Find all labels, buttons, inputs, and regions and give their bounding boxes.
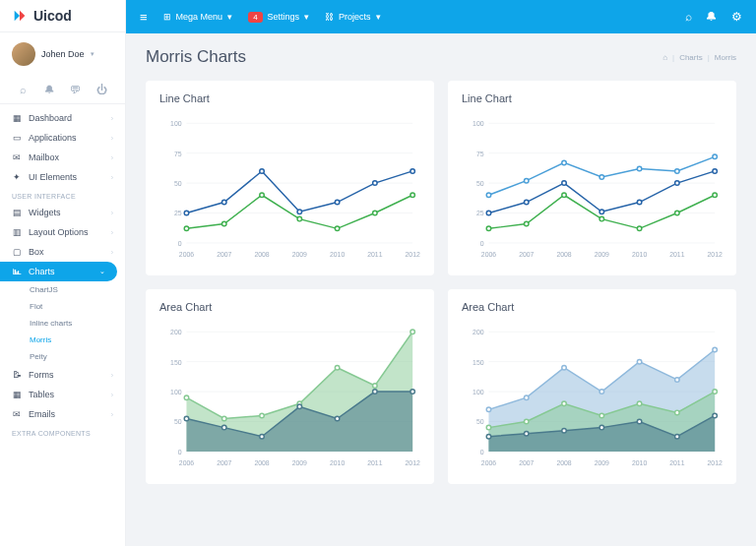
svg-point-65 — [599, 216, 604, 221]
svg-text:200: 200 — [472, 329, 484, 335]
user-name: Johen Doe — [41, 49, 85, 59]
svg-point-90 — [335, 365, 340, 370]
svg-text:200: 200 — [170, 329, 182, 335]
svg-point-97 — [335, 416, 340, 421]
sidebar-item-forms[interactable]: 📝︎Forms› — [0, 365, 125, 385]
svg-text:0: 0 — [480, 240, 484, 247]
card-area-1: Area Chart 05010015020020062007200820092… — [146, 289, 434, 484]
svg-point-121 — [637, 359, 642, 364]
svg-point-88 — [260, 413, 265, 418]
card-area-2: Area Chart 05010015020020062007200820092… — [448, 289, 736, 484]
svg-point-86 — [184, 395, 189, 400]
svg-point-87 — [222, 416, 227, 421]
sidebar-item-widgets[interactable]: ▤Widgets› — [0, 203, 125, 222]
svg-text:150: 150 — [472, 359, 484, 366]
svg-point-22 — [373, 181, 378, 186]
logo-icon — [12, 8, 28, 24]
svg-point-117 — [486, 407, 491, 412]
top-mega-menu[interactable]: ⊞Mega Menu▾ — [163, 12, 233, 22]
svg-text:150: 150 — [170, 359, 182, 366]
svg-point-30 — [410, 193, 415, 198]
search-icon[interactable]: ⌕ — [15, 82, 31, 97]
svg-point-92 — [410, 330, 415, 334]
svg-point-26 — [260, 193, 265, 198]
sidebar-item-emails[interactable]: ✉︎Emails› — [0, 404, 125, 424]
svg-text:75: 75 — [174, 151, 182, 157]
crumb-charts[interactable]: Charts — [679, 53, 703, 62]
svg-point-91 — [373, 384, 378, 389]
gear-icon[interactable]: ⚙︎ — [731, 10, 742, 24]
svg-point-49 — [525, 178, 530, 183]
hamburger-icon[interactable]: ≡ — [140, 10, 148, 25]
svg-point-53 — [675, 169, 680, 174]
svg-point-68 — [713, 193, 718, 198]
svg-point-20 — [297, 210, 302, 214]
bell-icon[interactable]: 🔔︎ — [41, 82, 57, 97]
svg-point-131 — [486, 434, 491, 439]
svg-text:100: 100 — [472, 120, 484, 127]
svg-text:2006: 2006 — [179, 459, 194, 466]
svg-point-18 — [222, 200, 227, 205]
svg-text:100: 100 — [170, 389, 182, 395]
sidebar-item-applications[interactable]: ▭Applications› — [0, 128, 125, 148]
form-icon: 📝︎ — [12, 370, 22, 380]
svg-point-122 — [675, 378, 680, 383]
sidebar-sub-inline[interactable]: Inline charts — [0, 315, 125, 332]
logo[interactable]: Uicod — [0, 0, 125, 32]
top-settings[interactable]: 4Settings▾ — [248, 12, 309, 23]
svg-point-67 — [675, 211, 680, 215]
svg-text:2007: 2007 — [217, 251, 231, 258]
sidebar-sub-peity[interactable]: Peity — [0, 348, 125, 365]
svg-point-136 — [675, 434, 680, 439]
sidebar-item-dashboard[interactable]: ▦Dashboard› — [0, 108, 125, 128]
svg-point-27 — [297, 216, 302, 221]
svg-point-124 — [486, 425, 491, 430]
line-chart-2: 02550751002006200720082009201020112012 — [462, 114, 723, 262]
svg-point-128 — [637, 401, 642, 406]
sidebar-sub-flot[interactable]: Flot — [0, 298, 125, 315]
svg-text:2010: 2010 — [632, 459, 647, 466]
sidebar-sub-morris[interactable]: Morris — [0, 332, 125, 348]
chevron-right-icon: › — [111, 229, 113, 236]
sidebar-item-ui-elements[interactable]: ✦UI Elements› — [0, 167, 125, 187]
svg-point-19 — [260, 169, 265, 174]
svg-text:2011: 2011 — [669, 459, 684, 466]
chat-icon[interactable]: 💬︎ — [68, 82, 84, 97]
chevron-right-icon: › — [111, 210, 113, 216]
home-icon[interactable]: ⌂ — [662, 53, 667, 62]
svg-text:2009: 2009 — [292, 251, 307, 258]
content: Morris Charts ⌂| Charts| Morris Line Cha… — [126, 33, 756, 546]
svg-point-134 — [599, 425, 604, 430]
svg-text:25: 25 — [174, 210, 182, 216]
user-block[interactable]: Johen Doe ▾ — [0, 32, 125, 76]
sidebar-item-mailbox[interactable]: ✉︎Mailbox› — [0, 148, 125, 167]
svg-point-63 — [525, 221, 530, 226]
sidebar-item-layout[interactable]: ▥Layout Options› — [0, 222, 125, 242]
svg-text:2007: 2007 — [519, 459, 534, 466]
grid-icon: ⊞ — [163, 12, 171, 22]
power-icon[interactable]: ⏻ — [94, 82, 110, 97]
top-projects[interactable]: ⛓︎Projects▾ — [325, 12, 381, 22]
search-icon[interactable]: ⌕ — [685, 10, 692, 24]
svg-point-135 — [637, 419, 642, 424]
chevron-down-icon: ⌄ — [99, 268, 105, 275]
sidebar-item-charts[interactable]: 📊︎Charts⌄ — [0, 262, 117, 281]
svg-point-21 — [335, 200, 340, 205]
card-title: Area Chart — [159, 301, 420, 313]
sidebar-item-box[interactable]: ▢Box› — [0, 242, 125, 262]
sidebar-sub-chartjs[interactable]: ChartJS — [0, 281, 125, 298]
svg-point-96 — [297, 404, 302, 409]
email-icon: ✉︎ — [12, 409, 22, 419]
svg-text:2009: 2009 — [292, 459, 307, 466]
svg-point-132 — [525, 431, 530, 436]
sidebar-item-tables[interactable]: ▦Tables› — [0, 385, 125, 404]
svg-point-137 — [713, 413, 718, 418]
svg-point-94 — [222, 425, 227, 430]
svg-point-129 — [675, 410, 680, 415]
bell-icon[interactable]: 🔔︎ — [706, 10, 718, 24]
svg-text:2011: 2011 — [669, 251, 684, 258]
svg-text:25: 25 — [476, 210, 484, 216]
svg-text:2009: 2009 — [595, 459, 609, 466]
chevron-down-icon: ▾ — [227, 12, 232, 22]
svg-point-57 — [562, 181, 567, 186]
